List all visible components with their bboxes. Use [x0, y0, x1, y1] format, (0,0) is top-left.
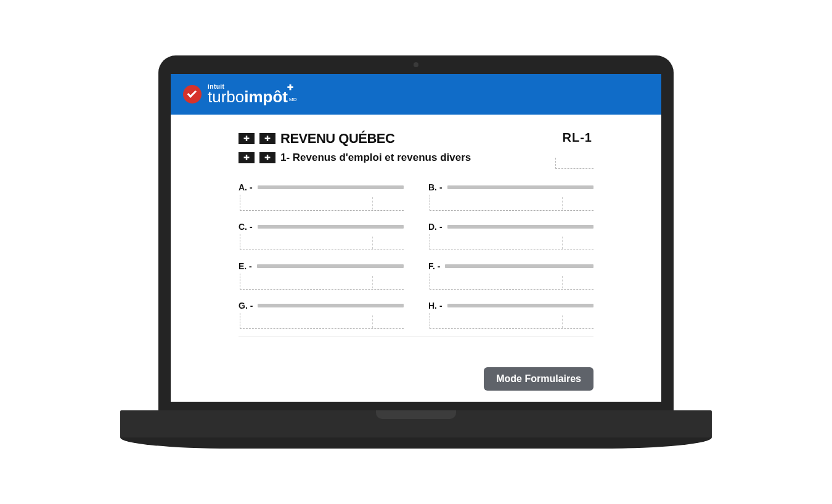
app-screen: intuit turbo impôt ✚ MD RL-1: [171, 74, 661, 402]
field-input[interactable]: [430, 274, 593, 290]
field-input[interactable]: [430, 195, 593, 211]
placeholder-bar: [447, 225, 593, 229]
placeholder-bar: [258, 185, 404, 189]
placeholder-bar: [447, 304, 593, 307]
field-d[interactable]: D. -: [428, 222, 593, 250]
field-letter: F. -: [428, 261, 440, 271]
brand-text: intuit turbo impôt ✚ MD: [208, 84, 296, 105]
field-input[interactable]: [430, 313, 593, 329]
field-input[interactable]: [430, 234, 593, 250]
laptop-frame: intuit turbo impôt ✚ MD RL-1: [158, 55, 674, 410]
divider: [239, 336, 593, 337]
form-code: RL-1: [563, 131, 592, 145]
camera-dot: [414, 62, 418, 67]
section-row: 1- Revenus d'emploi et revenus divers: [239, 152, 593, 164]
placeholder-bar: [445, 264, 593, 268]
agency-title: REVENU QUÉBEC: [280, 131, 394, 147]
field-f[interactable]: F. -: [428, 261, 593, 290]
field-letter: E. -: [239, 261, 252, 271]
field-letter: D. -: [428, 222, 443, 232]
field-g[interactable]: G. -: [239, 301, 404, 329]
quebec-flag-icon: [259, 133, 275, 144]
section-title: 1- Revenus d'emploi et revenus divers: [280, 152, 471, 164]
placeholder-bar: [258, 225, 404, 229]
laptop-base-bottom: [120, 437, 712, 449]
field-input[interactable]: [240, 274, 404, 290]
field-c[interactable]: C. -: [239, 222, 404, 250]
brand-name-b: impôt ✚: [244, 89, 288, 105]
field-letter: A. -: [239, 182, 253, 192]
checkmark-icon: [187, 88, 197, 98]
plus-icon: ✚: [287, 84, 293, 91]
quebec-flag-icon: [239, 133, 255, 144]
app-header: intuit turbo impôt ✚ MD: [171, 74, 661, 115]
brand-name-a: turbo: [208, 89, 244, 105]
laptop-base: [120, 410, 712, 437]
form-code-field: [555, 158, 593, 169]
logo-badge-icon: [183, 85, 202, 104]
field-e[interactable]: E. -: [239, 261, 404, 290]
fields-grid: A. - B. -: [239, 182, 593, 329]
field-input[interactable]: [240, 234, 404, 250]
field-input[interactable]: [240, 195, 404, 211]
agency-row: REVENU QUÉBEC: [239, 131, 593, 147]
field-b[interactable]: B. -: [428, 182, 593, 211]
laptop-illustration: intuit turbo impôt ✚ MD RL-1: [120, 55, 712, 449]
field-a[interactable]: A. -: [239, 182, 404, 211]
field-letter: B. -: [428, 182, 443, 192]
placeholder-bar: [258, 304, 404, 307]
field-letter: G. -: [239, 301, 253, 311]
field-h[interactable]: H. -: [428, 301, 593, 329]
brand-mark: MD: [289, 97, 296, 102]
content-area: RL-1 REVENU QUÉBEC 1- Revenus d'emploi e…: [171, 115, 661, 402]
placeholder-bar: [447, 185, 593, 189]
field-letter: H. -: [428, 301, 443, 311]
mode-formulaires-button[interactable]: Mode Formulaires: [484, 367, 593, 391]
field-letter: C. -: [239, 222, 253, 232]
quebec-flag-icon: [239, 152, 255, 163]
field-input[interactable]: [240, 313, 404, 329]
quebec-flag-icon: [259, 152, 275, 163]
laptop-notch: [376, 410, 456, 419]
form-header: RL-1 REVENU QUÉBEC 1- Revenus d'emploi e…: [239, 131, 593, 337]
placeholder-bar: [257, 264, 404, 268]
